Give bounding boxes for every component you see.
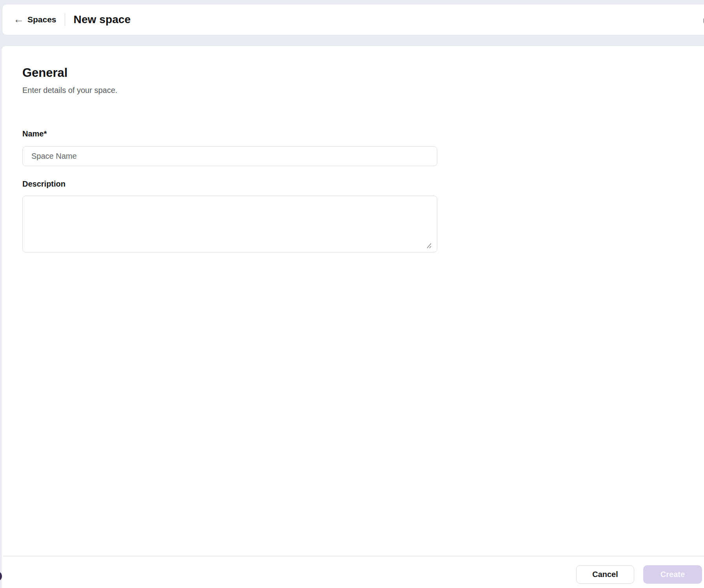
main-panel: General Enter details of your space. Nam… bbox=[1, 45, 704, 588]
form-section: General Enter details of your space. Nam… bbox=[2, 46, 704, 252]
resize-handle-icon[interactable] bbox=[425, 242, 432, 249]
create-button[interactable]: Create bbox=[643, 565, 702, 584]
page-title: New space bbox=[74, 13, 131, 26]
description-label: Description bbox=[22, 180, 704, 189]
footer-action-bar: Cancel Create bbox=[3, 556, 704, 588]
description-field-group: Description bbox=[22, 180, 704, 252]
arrow-left-icon: ← bbox=[13, 14, 24, 25]
space-name-input[interactable] bbox=[22, 146, 437, 166]
section-subtitle: Enter details of your space. bbox=[22, 86, 704, 95]
name-field-group: Name* bbox=[22, 129, 704, 166]
header: ← Spaces New space bbox=[2, 4, 704, 35]
section-title: General bbox=[22, 66, 704, 80]
cancel-button[interactable]: Cancel bbox=[576, 565, 634, 584]
description-textarea-wrap bbox=[22, 196, 437, 252]
name-label: Name* bbox=[22, 129, 704, 138]
description-textarea[interactable] bbox=[22, 196, 437, 252]
back-label: Spaces bbox=[27, 15, 56, 24]
header-divider bbox=[65, 13, 65, 26]
back-button[interactable]: ← Spaces bbox=[13, 15, 56, 25]
